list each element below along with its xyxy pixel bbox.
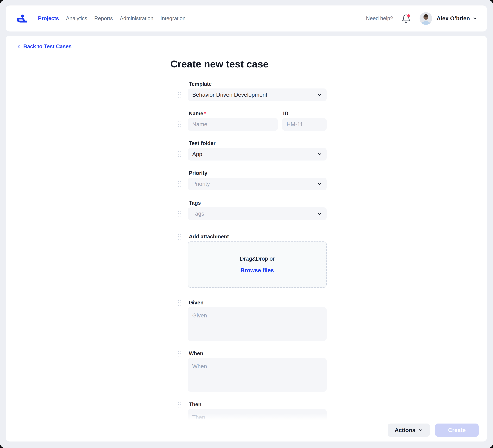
chevron-down-icon	[317, 152, 322, 157]
nav-item-analytics[interactable]: Analytics	[66, 15, 87, 22]
user-avatar[interactable]	[420, 12, 432, 25]
priority-select[interactable]: Priority	[188, 178, 327, 190]
user-name[interactable]: Alex O’brien	[437, 15, 470, 22]
test-folder-label: Test folder	[188, 140, 327, 146]
name-input[interactable]	[188, 118, 278, 131]
field-row-template: Template Behavior Driven Development	[188, 81, 327, 101]
nav-item-administration[interactable]: Administration	[120, 15, 153, 22]
user-menu-chevron-down-icon[interactable]	[472, 16, 477, 21]
field-row-attachment: Add attachment Drag&Drop or Browse files	[188, 234, 327, 288]
drag-handle[interactable]	[178, 151, 181, 157]
then-label: Then	[188, 402, 327, 408]
given-label: Given	[188, 300, 327, 306]
test-folder-select[interactable]: App	[188, 148, 327, 161]
priority-placeholder: Priority	[192, 181, 210, 187]
drag-handle[interactable]	[178, 121, 181, 127]
template-select[interactable]: Behavior Driven Development	[188, 88, 327, 101]
need-help-link[interactable]: Need help?	[366, 15, 393, 22]
top-nav-bar: Projects Analytics Reports Administratio…	[6, 5, 487, 32]
nav-item-projects[interactable]: Projects	[38, 15, 59, 22]
name-label: Name*	[188, 110, 278, 117]
drag-handle[interactable]	[178, 351, 181, 356]
template-label: Template	[188, 81, 327, 87]
header-right: Need help? Alex O’	[366, 12, 477, 25]
app-window: Projects Analytics Reports Administratio…	[0, 0, 493, 448]
chevron-down-icon	[317, 181, 322, 186]
when-label: When	[188, 350, 327, 357]
drag-handle[interactable]	[178, 181, 181, 187]
id-label: ID	[282, 110, 327, 117]
page-background: Projects Analytics Reports Administratio…	[0, 0, 493, 448]
tags-label: Tags	[188, 200, 327, 206]
notifications-bell-icon[interactable]	[402, 14, 410, 23]
back-to-test-cases-link[interactable]: Back to Test Cases	[16, 44, 72, 50]
field-row-test-folder: Test folder App	[188, 140, 327, 161]
tags-select[interactable]: Tags	[188, 208, 327, 220]
priority-label: Priority	[188, 170, 327, 176]
test-folder-value: App	[192, 151, 202, 157]
attachment-dropzone[interactable]: Drag&Drop or Browse files	[188, 241, 327, 288]
field-row-when: When	[188, 350, 327, 392]
drag-handle[interactable]	[178, 234, 181, 240]
tags-placeholder: Tags	[192, 210, 204, 217]
attachment-label: Add attachment	[188, 234, 327, 240]
chevron-down-icon	[418, 428, 423, 433]
chevron-left-icon	[16, 44, 21, 49]
chevron-down-icon	[317, 92, 322, 97]
required-asterisk: *	[204, 110, 206, 117]
chevron-down-icon	[317, 211, 322, 216]
id-input[interactable]	[282, 118, 327, 131]
create-button[interactable]: Create	[435, 424, 479, 437]
actions-button[interactable]: Actions	[388, 424, 430, 437]
drag-handle[interactable]	[178, 92, 181, 98]
footer-action-bar: Actions Create	[6, 420, 487, 441]
field-row-tags: Tags Tags	[188, 200, 327, 220]
dropzone-prompt: Drag&Drop or	[240, 255, 275, 262]
nav-item-integration[interactable]: Integration	[160, 15, 186, 22]
nav-item-reports[interactable]: Reports	[94, 15, 113, 22]
app-logo-icon[interactable]	[17, 14, 27, 23]
field-row-name-id: Name* ID	[188, 110, 327, 131]
template-value: Behavior Driven Development	[192, 92, 267, 98]
when-textarea[interactable]	[188, 358, 327, 392]
main-nav: Projects Analytics Reports Administratio…	[38, 15, 186, 22]
create-test-case-panel: Back to Test Cases Create new test case …	[6, 36, 487, 441]
notification-dot	[407, 14, 410, 17]
back-link-label: Back to Test Cases	[23, 44, 72, 50]
drag-handle[interactable]	[178, 402, 181, 407]
drag-handle[interactable]	[178, 300, 181, 306]
actions-button-label: Actions	[395, 427, 415, 433]
page-title: Create new test case	[170, 58, 269, 70]
given-textarea[interactable]	[188, 307, 327, 341]
field-row-priority: Priority Priority	[188, 170, 327, 190]
browse-files-link[interactable]: Browse files	[240, 267, 274, 274]
field-row-given: Given	[188, 300, 327, 341]
drag-handle[interactable]	[178, 211, 181, 217]
